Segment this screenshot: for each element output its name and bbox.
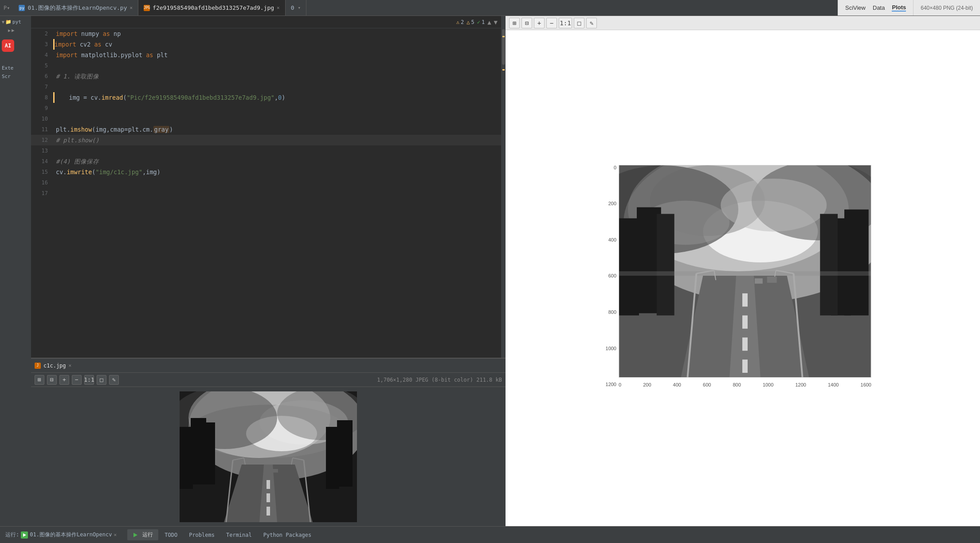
svg-rect-45	[742, 293, 748, 306]
warn-count: 2	[461, 19, 464, 25]
code-line-2: 2 import numpy as np	[31, 28, 501, 39]
scroll-down-btn[interactable]: ▼	[494, 19, 498, 26]
jpg-icon: JPG	[144, 5, 150, 11]
code-line-11: 11 plt.imshow(img,cmap=plt.cm.gray)	[31, 124, 501, 135]
bottom-tab-run[interactable]: 运行	[127, 529, 158, 540]
viewer-ratio-btn[interactable]: 1:1	[84, 375, 94, 385]
viewer-image-info: 1,706×1,280 JPEG (8-bit color) 211.8 kB	[377, 377, 502, 383]
c1c-image-display	[31, 387, 506, 526]
svg-rect-15	[267, 480, 270, 489]
tab-close-python[interactable]: ✕	[130, 5, 133, 11]
code-line-13: 13	[31, 145, 501, 156]
python-packages-tab-label: Python Packages	[263, 532, 311, 538]
sv-frame-btn[interactable]: □	[574, 18, 584, 28]
sv-zoom-in-btn[interactable]: +	[534, 18, 545, 28]
x-label-800: 800	[733, 382, 741, 387]
tab-label-jpg: f2e919585490afd1bebd313257e7ad9.jpg	[153, 4, 274, 11]
alert-icon: △	[466, 19, 470, 25]
run-tab-label: 运行	[142, 531, 153, 538]
problems-tab-label: Problems	[189, 532, 215, 538]
tab-close-jpg[interactable]: ✕	[277, 5, 280, 11]
scroll-thumb[interactable]	[502, 29, 505, 65]
run-bar: 运行: 01.图像的基本操作LearnOpencv ✕ 运行 TODO Prob…	[0, 526, 980, 543]
code-line-3: 3 import cv2 as cv	[31, 39, 501, 50]
file-tree: ▼ 📁 pyt ▶ ▶ AI Exte Scr	[0, 16, 31, 526]
code-content-3: import cv2 as cv	[55, 39, 501, 50]
sciview-panel: ⊞ ⊟ + − 1:1 □ ✎ 0 200 400 600 800	[506, 16, 980, 526]
editor-split: ⚠ 2 △ 5 ✓ 1 ▲ ▼	[31, 16, 506, 526]
plot-container: 0 200 400 600 800 1000 1200	[619, 165, 871, 387]
viewer-zoom-out-btn[interactable]: −	[72, 375, 82, 385]
tree-item-pyt[interactable]: ▼ 📁 pyt	[1, 18, 30, 26]
tab-label-python: 01.图像的基本操作LearnOpencv.py	[27, 4, 127, 12]
viewer-zoom-in-btn[interactable]: +	[59, 375, 69, 385]
image-tab-bar: J c1c.jpg ✕	[31, 359, 506, 373]
svg-rect-47	[742, 337, 748, 351]
viewer-grid-btn[interactable]: ⊟	[47, 375, 57, 385]
y-label-800: 800	[608, 309, 616, 315]
code-line-6: 6 # 1. 读取图像	[31, 71, 501, 82]
tree-item-ext[interactable]: Exte	[1, 64, 30, 72]
svg-marker-58	[133, 533, 137, 537]
terminal-tab-label: Terminal	[226, 532, 252, 538]
svg-rect-16	[267, 493, 270, 502]
scroll-indicator[interactable]	[501, 16, 506, 358]
y-label-600: 600	[608, 273, 616, 278]
tree-item-scr[interactable]: Scr	[1, 72, 30, 81]
sv-ratio-btn[interactable]: 1:1	[559, 18, 572, 28]
code-line-10: 10	[31, 113, 501, 124]
sidebar-toggle[interactable]: P▾	[0, 0, 13, 16]
sv-fit-btn[interactable]: ⊞	[509, 18, 520, 28]
viewer-frame-btn[interactable]: □	[97, 375, 106, 385]
sv-zoom-out-btn[interactable]: −	[546, 18, 557, 28]
c1c-tab-label[interactable]: c1c.jpg	[43, 363, 66, 369]
alert-badge: △ 5	[466, 19, 474, 25]
todo-tab-label: TODO	[165, 532, 177, 538]
tree-item-sub[interactable]: ▶ ▶	[7, 26, 30, 35]
tab-label-num: 0	[291, 4, 294, 11]
tree-item-ai[interactable]: AI	[1, 38, 30, 53]
sciview-tab-label[interactable]: SciView	[845, 4, 866, 11]
code-content-11: plt.imshow(img,cmap=plt.cm.gray)	[56, 124, 501, 135]
svg-rect-55	[755, 278, 763, 283]
svg-rect-17	[267, 507, 270, 516]
sv-grid-btn[interactable]: ⊟	[521, 18, 532, 28]
svg-rect-24	[273, 469, 278, 473]
code-content-15: cv.imwrite("img/c1c.jpg",img)	[56, 167, 501, 177]
viewer-toolbar: ⊞ ⊟ + − 1:1 □ ✎ 1,706×1,280 JPEG (8-bit …	[31, 373, 506, 387]
x-label-0: 0	[619, 382, 621, 387]
bottom-tab-todo[interactable]: TODO	[159, 530, 183, 540]
svg-marker-57	[23, 533, 26, 537]
bottom-tab-python-packages[interactable]: Python Packages	[258, 530, 317, 540]
sciview-toolbar: ⊞ ⊟ + − 1:1 □ ✎	[506, 16, 980, 30]
x-label-1600: 1600	[861, 382, 871, 387]
c1c-tab-close[interactable]: ✕	[69, 363, 72, 368]
run-close[interactable]: ✕	[114, 532, 117, 538]
info-badge: ✓ 1	[477, 19, 485, 25]
code-content-12: # plt.show()	[56, 135, 501, 145]
bottom-image-viewer: J c1c.jpg ✕ ⊞ ⊟ + − 1:1 □ ✎ 1,706×1,280 …	[31, 358, 506, 526]
tab-python-file[interactable]: py 01.图像的基本操作LearnOpencv.py ✕	[13, 0, 138, 16]
x-label-200: 200	[643, 382, 651, 387]
run-section: 运行: 01.图像的基本操作LearnOpencv ✕	[5, 531, 117, 539]
plots-tab-label[interactable]: Plots	[892, 4, 906, 12]
alert-count: 5	[471, 19, 474, 25]
code-content-4: import matplotlib.pyplot as plt	[56, 50, 501, 60]
matplotlib-plot	[619, 165, 871, 378]
warning-icon: ⚠	[456, 19, 459, 25]
svg-rect-9	[191, 418, 206, 484]
bottom-tab-terminal[interactable]: Terminal	[221, 530, 257, 540]
data-tab-label[interactable]: Data	[873, 4, 885, 11]
tab-num[interactable]: 0 ▾	[286, 0, 306, 16]
editor-warnings-bar: ⚠ 2 △ 5 ✓ 1 ▲ ▼	[31, 16, 501, 28]
sv-edit-btn[interactable]: ✎	[586, 18, 597, 28]
run-name: 01.图像的基本操作LearnOpencv	[30, 531, 112, 539]
x-label-1000: 1000	[763, 382, 773, 387]
viewer-edit-btn[interactable]: ✎	[109, 375, 119, 385]
scroll-up-btn[interactable]: ▲	[487, 19, 491, 26]
bottom-tab-problems[interactable]: Problems	[184, 530, 220, 540]
viewer-fit-btn[interactable]: ⊞	[35, 375, 44, 385]
tab-jpg-file[interactable]: JPG f2e919585490afd1bebd313257e7ad9.jpg …	[138, 0, 286, 16]
svg-rect-56	[767, 276, 777, 282]
y-label-400: 400	[608, 237, 616, 242]
